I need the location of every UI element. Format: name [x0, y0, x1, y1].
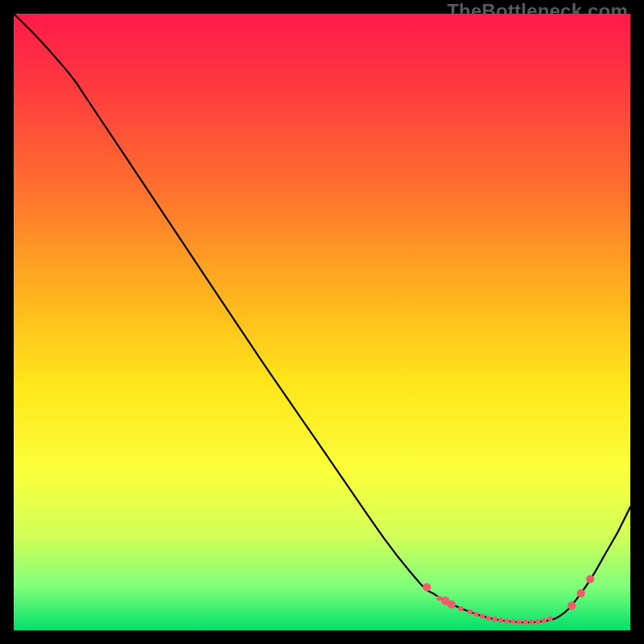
plot-area: [14, 14, 630, 630]
marker-point: [547, 616, 552, 621]
marker-point: [486, 615, 491, 620]
marker-point: [535, 619, 540, 624]
marker-point: [577, 589, 585, 597]
marker-point: [448, 601, 456, 609]
gradient-background: [14, 14, 630, 630]
chart-frame: TheBottleneck.com: [0, 0, 644, 644]
marker-point: [480, 613, 485, 618]
marker-point: [492, 617, 497, 621]
marker-point: [542, 618, 547, 623]
marker-point: [586, 575, 594, 583]
marker-point: [517, 620, 522, 625]
marker-point: [436, 596, 441, 601]
marker-point: [468, 609, 473, 614]
marker-point: [529, 620, 534, 625]
marker-point: [523, 620, 528, 625]
chart-svg: [14, 14, 630, 630]
marker-point: [498, 618, 503, 623]
marker-point: [423, 583, 431, 591]
marker-point: [458, 606, 463, 611]
marker-point: [505, 618, 510, 623]
marker-point: [473, 612, 478, 617]
marker-point: [510, 619, 515, 624]
marker-point: [568, 601, 576, 609]
